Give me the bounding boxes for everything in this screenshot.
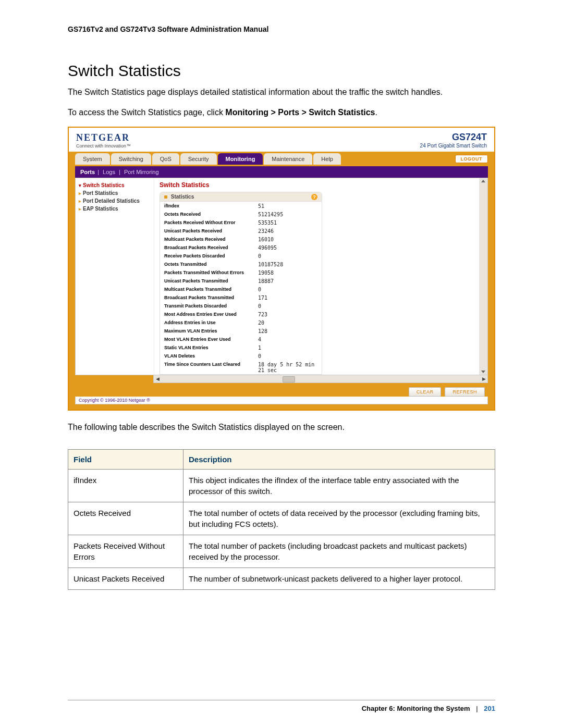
- copyright-text: Copyright © 1996-2010 Netgear ®: [75, 397, 488, 404]
- stat-value: 723: [258, 312, 317, 317]
- sidebar-item-eap-statistics[interactable]: ▸ EAP Statistics: [76, 205, 154, 213]
- stat-row: Octets Transmitted10187528: [160, 260, 322, 268]
- sidebar-item-label: EAP Statistics: [83, 206, 118, 212]
- stat-label: Octets Transmitted: [164, 262, 258, 267]
- stat-row: ifIndex51: [160, 202, 322, 210]
- main-tabs: System Switching QoS Security Monitoring…: [75, 152, 488, 166]
- stat-value: 535351: [258, 220, 317, 226]
- stat-row: Unicast Packets Received23246: [160, 227, 322, 235]
- chevron-right-icon: ▸: [79, 191, 81, 196]
- stat-row: Receive Packets Discarded0: [160, 252, 322, 260]
- stat-row: VLAN Deletes0: [160, 352, 322, 360]
- stat-value: 496095: [258, 245, 317, 251]
- table-cell-field: Packets Received Without Errors: [68, 535, 183, 567]
- stat-row: Time Since Counters Last Cleared18 day 5…: [160, 360, 322, 374]
- stat-value: 10187528: [258, 262, 317, 267]
- stat-label: Multicast Packets Received: [164, 237, 258, 242]
- stat-value: 128: [258, 328, 317, 334]
- stat-row: Multicast Packets Received16010: [160, 235, 322, 243]
- stat-label: Most Address Entries Ever Used: [164, 312, 258, 317]
- scroll-right-icon[interactable]: ▶: [480, 376, 487, 381]
- stat-label: Multicast Packets Transmitted: [164, 287, 258, 292]
- stat-row: Broadcast Packets Transmitted171: [160, 293, 322, 302]
- subnav-logs[interactable]: Logs: [102, 169, 116, 175]
- page: GS716Tv2 and GS724Tv3 Software Administr…: [0, 0, 563, 728]
- sidebar-item-switch-statistics[interactable]: ▾ Switch Statistics: [76, 181, 154, 189]
- tab-system[interactable]: System: [75, 153, 110, 165]
- clear-button[interactable]: CLEAR: [409, 387, 442, 397]
- stat-label: VLAN Deletes: [164, 353, 258, 359]
- tab-monitoring[interactable]: Monitoring: [218, 153, 263, 165]
- stat-label: Address Entries in Use: [164, 320, 258, 326]
- stat-row: Transmit Packets Discarded0: [160, 302, 322, 310]
- intro2-pre: To access the Switch Statistics page, cl…: [68, 108, 225, 117]
- running-head: GS716Tv2 and GS724Tv3 Software Administr…: [68, 25, 563, 33]
- outro-paragraph: The following table describes the Switch…: [68, 421, 495, 433]
- statistics-list: ifIndex51Octets Received51214295Packets …: [160, 202, 322, 374]
- embedded-screenshot: NETGEAR Connect with Innovation™ GS724T …: [68, 127, 495, 411]
- stat-value: 16010: [258, 237, 317, 242]
- vertical-scrollbar[interactable]: [479, 178, 487, 375]
- main-panel: ▾ Switch Statistics ▸ Port Statistics ▸ …: [75, 178, 488, 375]
- logout-button[interactable]: LOGOUT: [455, 155, 488, 163]
- chevron-down-icon: ▾: [79, 183, 81, 188]
- table-cell-description: The total number of packets (including b…: [183, 535, 495, 567]
- table-row: Unicast Packets ReceivedThe number of su…: [68, 567, 495, 589]
- stat-row: Broadcast Packets Received496095: [160, 243, 322, 252]
- stat-row: Maximum VLAN Entries128: [160, 327, 322, 335]
- subnav-sep-1: |: [96, 169, 100, 175]
- stat-label: Maximum VLAN Entries: [164, 328, 258, 334]
- table-header-field: Field: [68, 449, 183, 469]
- footer-chapter: Chapter 6: Monitoring the System: [362, 705, 470, 712]
- intro2-bold: Monitoring > Ports > Switch Statistics: [225, 108, 375, 117]
- content: Switch Statistics The Switch Statistics …: [68, 62, 495, 590]
- table-row: Octets ReceivedThe total number of octet…: [68, 502, 495, 535]
- scroll-track[interactable]: [161, 376, 480, 381]
- screenshot-header: NETGEAR Connect with Innovation™ GS724T …: [69, 128, 494, 152]
- table-cell-field: ifIndex: [68, 469, 183, 502]
- stat-row: Multicast Packets Transmitted0: [160, 285, 322, 293]
- stat-row: Most VLAN Entries Ever Used4: [160, 335, 322, 343]
- subnav-sep-2: |: [118, 169, 121, 175]
- horizontal-scrollbar[interactable]: ◀ ▶: [153, 375, 488, 383]
- sidebar-item-label: Port Detailed Statistics: [83, 198, 140, 204]
- sidebar-item-label: Port Statistics: [83, 190, 118, 196]
- subnav-ports[interactable]: Ports: [80, 169, 95, 175]
- footer-separator: |: [476, 705, 478, 712]
- tab-qos[interactable]: QoS: [152, 153, 179, 165]
- chevron-right-icon: ▸: [79, 206, 81, 212]
- tab-maintenance[interactable]: Maintenance: [264, 153, 312, 165]
- stat-label: Broadcast Packets Received: [164, 245, 258, 251]
- table-cell-field: Unicast Packets Received: [68, 567, 183, 589]
- brand-logo: NETGEAR Connect with Innovation™: [76, 132, 131, 149]
- tab-security[interactable]: Security: [180, 153, 217, 165]
- sidebar-item-port-detailed-statistics[interactable]: ▸ Port Detailed Statistics: [76, 197, 154, 205]
- statistics-box-header: Statistics ?: [160, 192, 322, 202]
- stat-label: ifIndex: [164, 203, 258, 209]
- refresh-button[interactable]: REFRESH: [445, 387, 485, 397]
- tab-help[interactable]: Help: [313, 153, 341, 165]
- table-row: Packets Received Without ErrorsThe total…: [68, 535, 495, 567]
- stat-label: Time Since Counters Last Cleared: [164, 362, 258, 373]
- model-block: GS724T 24 Port Gigabit Smart Switch: [420, 132, 487, 149]
- stat-value: 0: [258, 287, 317, 292]
- help-icon[interactable]: ?: [311, 194, 317, 200]
- scroll-left-icon[interactable]: ◀: [154, 376, 161, 381]
- stat-value: 23246: [258, 228, 317, 234]
- scroll-up-icon[interactable]: [481, 180, 485, 182]
- stat-label: Unicast Packets Received: [164, 228, 258, 234]
- intro2-post: .: [375, 108, 377, 117]
- model-number: GS724T: [420, 132, 487, 143]
- subnav-port-mirroring[interactable]: Port Mirroring: [123, 169, 160, 175]
- stat-value: 4: [258, 337, 317, 342]
- sidebar-item-port-statistics[interactable]: ▸ Port Statistics: [76, 189, 154, 197]
- stat-value: 20: [258, 320, 317, 326]
- scroll-down-icon[interactable]: [481, 371, 485, 373]
- tab-switching[interactable]: Switching: [111, 153, 151, 165]
- footer-page-number: 201: [484, 705, 495, 712]
- table-cell-description: The number of subnetwork-unicast packets…: [183, 567, 495, 589]
- stat-label: Transmit Packets Discarded: [164, 303, 258, 309]
- scroll-thumb[interactable]: [283, 376, 295, 382]
- stat-value: 0: [258, 353, 317, 359]
- stat-label: Unicast Packets Transmitted: [164, 278, 258, 284]
